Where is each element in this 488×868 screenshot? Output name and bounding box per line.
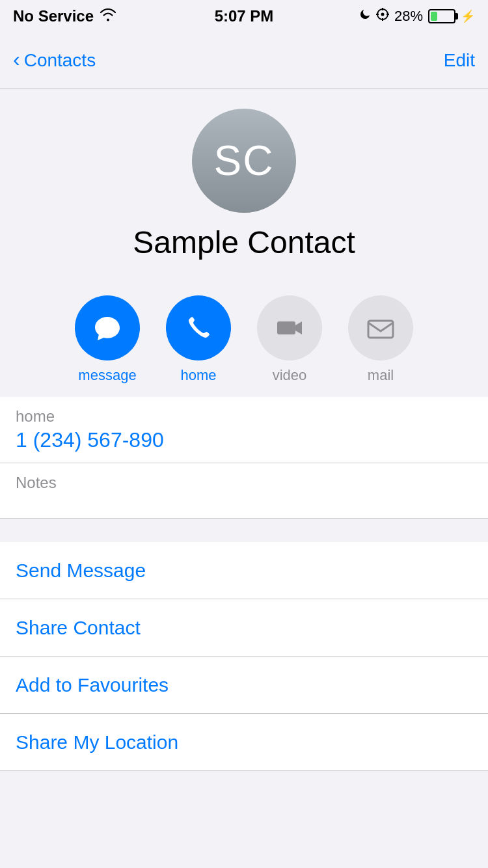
share-my-location-label: Share My Location [16,731,178,753]
wifi-icon [99,7,117,25]
action-message-group: message [75,295,140,384]
phone-section: home 1 (234) 567-890 [0,397,488,463]
action-buttons: message home video m [0,289,488,397]
status-bar: No Service 5:07 PM [0,0,488,32]
time-display: 5:07 PM [215,7,274,25]
svg-rect-7 [368,321,393,338]
battery-container [428,9,455,23]
action-list: Send Message Share Contact Add to Favour… [0,542,488,771]
phone-icon [182,312,215,344]
share-contact-item[interactable]: Share Contact [0,599,488,657]
chevron-left-icon: ‹ [13,47,20,72]
message-button[interactable] [75,295,140,360]
action-home-group: home [166,295,231,384]
mail-label: mail [368,367,394,384]
status-right: 28% ⚡ [359,8,475,25]
status-left: No Service [13,7,117,25]
action-video-group: video [257,295,322,384]
location-icon [376,8,389,25]
avatar: SC [192,109,296,213]
video-icon [273,312,306,344]
nav-bar: ‹ Contacts Edit [0,32,488,89]
contact-name: Sample Contact [133,224,355,260]
battery-box [428,9,455,23]
notes-section: Notes [0,463,488,519]
avatar-initials: SC [214,137,275,185]
edit-button[interactable]: Edit [444,50,475,71]
battery-percent: 28% [394,8,423,25]
message-label: message [78,367,136,384]
battery-fill [431,12,437,21]
carrier-text: No Service [13,7,94,25]
notes-label: Notes [16,474,472,492]
phone-number[interactable]: 1 (234) 567-890 [16,428,472,452]
video-label: video [273,367,307,384]
phone-label: home [16,407,472,426]
contact-header: SC Sample Contact [0,89,488,289]
charging-icon: ⚡ [461,9,475,23]
share-my-location-item[interactable]: Share My Location [0,714,488,771]
contact-details: home 1 (234) 567-890 Notes [0,397,488,519]
back-label: Contacts [24,50,96,71]
home-button[interactable] [166,295,231,360]
message-icon [91,312,124,344]
mail-icon [364,312,397,344]
back-button[interactable]: ‹ Contacts [13,49,96,72]
svg-rect-6 [277,321,295,334]
section-gap [0,519,488,542]
add-to-favourites-label: Add to Favourites [16,674,169,696]
svg-point-1 [381,12,384,16]
send-message-item[interactable]: Send Message [0,542,488,599]
home-label: home [180,367,216,384]
video-button[interactable] [257,295,322,360]
share-contact-label: Share Contact [16,617,141,639]
add-to-favourites-item[interactable]: Add to Favourites [0,657,488,714]
mail-button[interactable] [348,295,413,360]
moon-icon [359,8,371,25]
action-mail-group: mail [348,295,413,384]
send-message-label: Send Message [16,560,146,582]
